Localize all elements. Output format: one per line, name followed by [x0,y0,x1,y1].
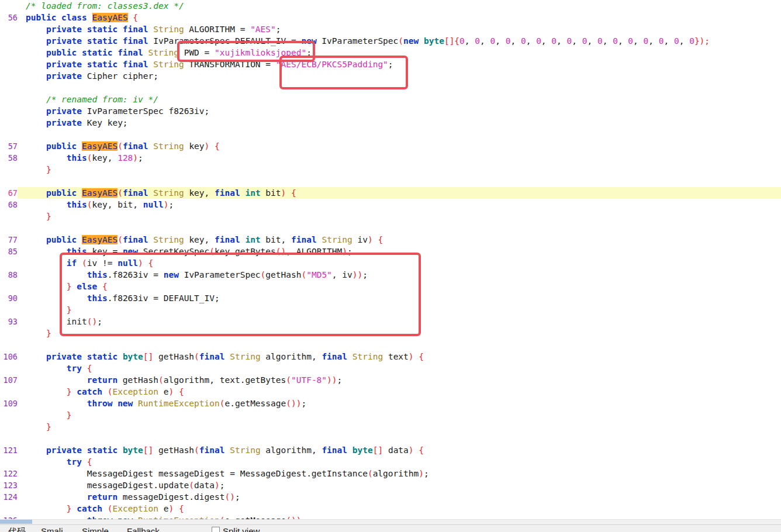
code-line-current[interactable]: 67 public EasyAES(final String key, fina… [0,187,781,199]
code-line[interactable]: 122 MessageDigest messageDigest = Messag… [0,468,781,479]
code-line[interactable]: 123 messageDigest.update(data); [0,479,781,491]
code-line[interactable]: private static final String ALGORITHM = … [0,23,781,35]
code-line[interactable]: 90 this.f8263iv = DEFAULT_IV; [0,292,781,304]
code-token: ) [409,445,414,455]
code-token: ) [205,141,210,151]
code-token: , iv [332,270,353,279]
code-line[interactable]: } catch (Exception e) { [0,386,781,398]
code-line[interactable]: } [0,327,781,339]
code-editor[interactable]: /* loaded from: classes3.dex */56public … [0,0,781,519]
code-token [148,188,154,198]
code-token: ( [189,481,194,490]
code-line[interactable]: 68 this(key, bit, null); [0,199,781,210]
code-line[interactable]: } [0,164,781,175]
code-token: ; [388,60,393,69]
code-token: else [77,282,97,291]
horizontal-scrollbar[interactable] [0,519,781,524]
code-line[interactable]: 93 init(); [0,316,781,327]
line-number [0,164,18,175]
code-token [414,445,419,455]
code-line[interactable]: private static final IvParameterSpec DEF… [0,35,781,47]
line-number: 93 [0,316,18,327]
code-line[interactable] [0,82,781,94]
code-token: new [164,270,179,279]
code-token: final [123,235,148,244]
code-line[interactable]: private IvParameterSpec f8263iv; [0,105,781,117]
code-line[interactable]: private static final String TRANSFORMATI… [0,58,781,70]
code-token: { [102,282,108,291]
code-line[interactable]: if (iv != null) { [0,257,781,269]
code-token: { [419,445,424,455]
code-line[interactable]: 56public class EasyAES { [0,12,781,23]
code-token: key.getBytes [215,247,276,256]
code-line[interactable]: 109 throw new RuntimeException(e.getMess… [0,398,781,409]
code-line[interactable]: 107 return getHash(algorithm, text.getBy… [0,374,781,386]
code-line[interactable]: /* renamed from: iv */ [0,94,781,105]
code-token: String [153,60,184,69]
code-line[interactable]: } [0,210,781,222]
code-line[interactable]: public static final String PWD = "xujikm… [0,47,781,58]
line-number [0,35,18,47]
tab-code[interactable]: 代码 [8,526,26,532]
horizontal-scrollbar-thumb[interactable] [0,520,32,524]
code-view-tab-bar: 代码 Smali Simple Fallback Split view [0,524,781,532]
code-token: RuntimeException [138,399,220,408]
code-line[interactable]: 121 private static byte[] getHash(final … [0,444,781,456]
code-line[interactable]: } [0,304,781,316]
tab-simple[interactable]: Simple [82,526,109,532]
split-view-checkbox[interactable] [212,527,220,532]
code-token: ( [87,153,92,163]
line-number [0,23,18,35]
code-line[interactable]: } catch (Exception e) { [0,503,781,514]
code-line[interactable]: try { [0,362,781,374]
code-token [419,36,424,46]
code-token: , [572,36,582,46]
code-token: final [199,445,225,455]
code-token [77,258,82,268]
code-token: /* renamed from: iv */ [26,95,158,104]
tab-fallback[interactable]: Fallback [127,526,160,532]
line-number: 88 [0,269,18,281]
code-line[interactable]: 88 this.f8263iv = new IvParameterSpec(ge… [0,269,781,281]
code-line-text: } [18,210,781,222]
line-number [0,222,18,234]
code-line[interactable]: 126 throw new RuntimeException(e.getMess… [0,514,781,519]
code-token: ()) [286,399,301,408]
code-line[interactable] [0,433,781,444]
line-number [0,175,18,187]
code-line[interactable]: } [0,421,781,433]
code-token: } [26,329,51,338]
code-line[interactable] [0,175,781,187]
code-token: try [26,457,82,467]
code-token [102,504,108,513]
code-token: PWD = [179,48,215,57]
code-line[interactable]: } [0,409,781,421]
code-token: public [26,141,82,151]
code-line-text: /* loaded from: classes3.dex */ [18,0,781,12]
code-line[interactable]: /* loaded from: classes3.dex */ [0,0,781,12]
code-line[interactable] [0,222,781,234]
code-token [225,445,230,455]
code-token: ( [194,445,199,455]
code-line[interactable]: 85 this.key = new SecretKeySpec(key.getB… [0,246,781,257]
code-line[interactable]: try { [0,456,781,468]
code-line[interactable]: 124 return messageDigest.digest(); [0,491,781,503]
code-line[interactable]: 57 public EasyAES(final String key) { [0,140,781,152]
code-line[interactable]: private Cipher cipher; [0,70,781,82]
code-line[interactable]: } else { [0,281,781,292]
line-number: 121 [0,444,18,456]
code-line[interactable] [0,339,781,351]
code-token: String [230,445,260,455]
code-token: { [215,141,220,151]
code-line[interactable]: private Key key; [0,117,781,129]
tab-smali[interactable]: Smali [41,526,63,532]
code-token: SecretKeySpec [138,247,209,256]
code-token: ( [286,375,291,385]
code-line[interactable]: 77 public EasyAES(final String key, fina… [0,234,781,246]
code-token: ( [87,200,92,209]
code-token: String [153,25,184,34]
code-token: catch [77,387,102,396]
code-line[interactable] [0,129,781,140]
code-line[interactable]: 106 private static byte[] getHash(final … [0,351,781,362]
code-line[interactable]: 58 this(key, 128); [0,152,781,164]
